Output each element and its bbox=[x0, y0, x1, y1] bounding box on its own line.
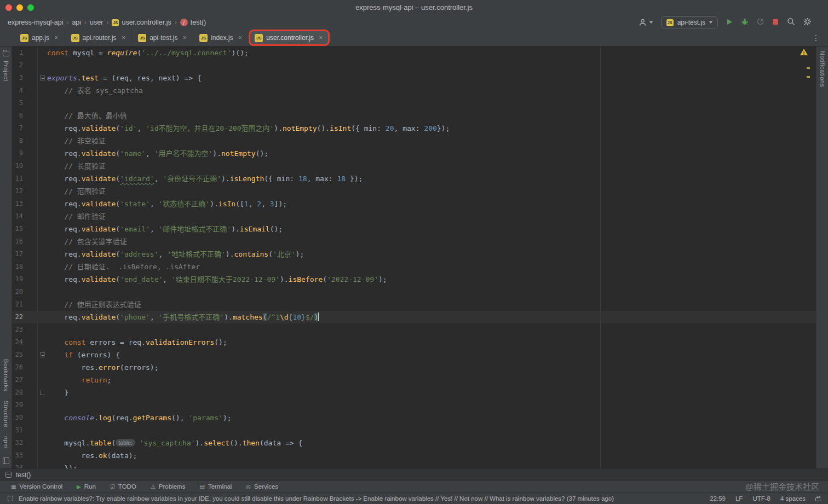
status-message[interactable]: Enable rainbow variables?: Try enable ra… bbox=[19, 495, 614, 502]
fold-gutter[interactable] bbox=[38, 386, 47, 399]
lock-icon[interactable] bbox=[815, 497, 820, 501]
sidebar-item-project[interactable]: Project bbox=[3, 61, 9, 82]
fold-gutter[interactable] bbox=[38, 97, 47, 109]
line-number[interactable]: 29 bbox=[12, 399, 38, 412]
run-config-selector[interactable]: JS api-test.js bbox=[661, 16, 718, 28]
breadcrumb-item-test-[interactable]: ftest() bbox=[180, 19, 206, 26]
close-icon[interactable]: ✕ bbox=[122, 35, 126, 40]
line-number[interactable]: 20 bbox=[12, 286, 38, 298]
fold-gutter[interactable] bbox=[38, 248, 47, 260]
toolwindow-button-problems[interactable]: ⚠Problems bbox=[151, 483, 186, 490]
fold-gutter[interactable] bbox=[38, 185, 47, 198]
line-number[interactable]: 25 bbox=[12, 349, 38, 361]
toolwindow-button-services[interactable]: ◎Services bbox=[246, 483, 278, 490]
fold-gutter[interactable] bbox=[38, 449, 47, 462]
encoding-widget[interactable]: UTF-8 bbox=[752, 495, 771, 502]
fold-gutter[interactable] bbox=[38, 260, 47, 273]
minimize-button[interactable] bbox=[16, 4, 23, 11]
fold-gutter[interactable] bbox=[38, 122, 47, 135]
line-number[interactable]: 5 bbox=[12, 97, 38, 109]
project-folder-icon[interactable] bbox=[3, 51, 9, 56]
fold-gutter[interactable] bbox=[38, 298, 47, 311]
close-icon[interactable]: ✕ bbox=[183, 35, 187, 40]
fold-gutter[interactable] bbox=[38, 47, 47, 59]
breadcrumb-item-api[interactable]: api bbox=[72, 19, 81, 26]
line-number[interactable]: 11 bbox=[12, 172, 38, 185]
fold-end-icon[interactable] bbox=[40, 390, 45, 395]
breadcrumb-item-user.controller.js[interactable]: JSuser.controller.js bbox=[112, 19, 171, 26]
fold-gutter[interactable] bbox=[38, 399, 47, 412]
tab-user.controller.js[interactable]: JSuser.controller.js✕ bbox=[249, 30, 329, 46]
line-number[interactable]: 12 bbox=[12, 185, 38, 198]
close-icon[interactable]: ✕ bbox=[319, 35, 323, 40]
warning-stripe-mark[interactable] bbox=[807, 67, 810, 69]
line-number[interactable]: 3 bbox=[12, 72, 38, 84]
fold-gutter[interactable] bbox=[38, 437, 47, 449]
line-number[interactable]: 21 bbox=[12, 298, 38, 311]
sidebar-item-bookmarks[interactable]: Bookmarks bbox=[3, 359, 9, 392]
line-number[interactable]: 16 bbox=[12, 235, 38, 248]
line-number[interactable]: 32 bbox=[12, 437, 38, 449]
fold-gutter[interactable] bbox=[38, 223, 47, 235]
fold-gutter[interactable] bbox=[38, 462, 47, 468]
line-number[interactable]: 10 bbox=[12, 160, 38, 172]
fold-gutter[interactable] bbox=[38, 374, 47, 386]
scope-label[interactable]: test() bbox=[16, 471, 31, 479]
close-button[interactable] bbox=[5, 4, 12, 11]
line-number[interactable]: 1 bbox=[12, 47, 38, 59]
toolwindow-button-todo[interactable]: ☑TODO bbox=[110, 483, 136, 490]
line-number[interactable]: 19 bbox=[12, 273, 38, 286]
tab-app.js[interactable]: JSapp.js✕ bbox=[14, 30, 65, 46]
tab-options-icon[interactable]: ⋮ bbox=[812, 33, 828, 42]
fold-gutter[interactable] bbox=[38, 198, 47, 210]
line-number[interactable]: 4 bbox=[12, 84, 38, 97]
fold-gutter[interactable] bbox=[38, 424, 47, 437]
fold-gutter[interactable] bbox=[38, 361, 47, 374]
close-icon[interactable]: ✕ bbox=[238, 35, 243, 40]
sidebar-item-notifications[interactable]: Notifications bbox=[819, 51, 826, 87]
line-number[interactable]: 17 bbox=[12, 248, 38, 260]
line-number[interactable]: 8 bbox=[12, 135, 38, 147]
fold-gutter[interactable] bbox=[38, 172, 47, 185]
fold-gutter[interactable] bbox=[38, 311, 47, 323]
line-number[interactable]: 22 bbox=[12, 311, 38, 323]
event-log-icon[interactable] bbox=[8, 496, 13, 501]
inspections-warning-widget[interactable]: ! bbox=[800, 48, 808, 58]
zoom-button[interactable] bbox=[27, 4, 34, 11]
run-button[interactable] bbox=[726, 19, 733, 27]
line-number[interactable]: 27 bbox=[12, 374, 38, 386]
settings-button[interactable] bbox=[803, 18, 812, 27]
tool-window-icon[interactable] bbox=[5, 472, 12, 478]
sidebar-item-npm[interactable]: npm bbox=[3, 436, 9, 449]
line-number[interactable]: 23 bbox=[12, 323, 38, 336]
fold-gutter[interactable] bbox=[38, 160, 47, 172]
fold-gutter[interactable] bbox=[38, 147, 47, 160]
fold-gutter[interactable] bbox=[38, 323, 47, 336]
fold-gutter[interactable] bbox=[38, 210, 47, 223]
fold-gutter[interactable] bbox=[38, 336, 47, 349]
tab-index.js[interactable]: JSindex.js✕ bbox=[193, 30, 249, 46]
code-editor[interactable]: 1const mysql = require('../../mysql.conn… bbox=[12, 47, 816, 468]
warning-stripe-mark[interactable] bbox=[807, 76, 810, 78]
tab-api-test.js[interactable]: JSapi-test.js✕ bbox=[132, 30, 193, 46]
fold-gutter[interactable] bbox=[38, 59, 47, 72]
breadcrumb-item-user[interactable]: user bbox=[90, 19, 103, 26]
line-number[interactable]: 13 bbox=[12, 198, 38, 210]
fold-gutter[interactable] bbox=[38, 135, 47, 147]
search-everywhere-button[interactable] bbox=[787, 18, 795, 27]
line-number[interactable]: 9 bbox=[12, 147, 38, 160]
toolwindow-button-terminal[interactable]: ▤Terminal bbox=[199, 483, 232, 490]
line-number[interactable]: 24 bbox=[12, 336, 38, 349]
line-number[interactable]: 14 bbox=[12, 210, 38, 223]
breadcrumb-item-express-mysql-api[interactable]: express-mysql-api bbox=[8, 19, 63, 26]
fold-gutter[interactable] bbox=[38, 349, 47, 361]
stop-button[interactable] bbox=[772, 19, 779, 27]
window-layout-icon[interactable] bbox=[3, 457, 9, 464]
fold-gutter[interactable] bbox=[38, 412, 47, 424]
line-separator-widget[interactable]: LF bbox=[735, 495, 743, 502]
line-number[interactable]: 30 bbox=[12, 412, 38, 424]
line-number[interactable]: 28 bbox=[12, 386, 38, 399]
indent-widget[interactable]: 4 spaces bbox=[780, 495, 806, 502]
fold-icon[interactable] bbox=[40, 352, 45, 357]
line-number[interactable]: 2 bbox=[12, 59, 38, 72]
